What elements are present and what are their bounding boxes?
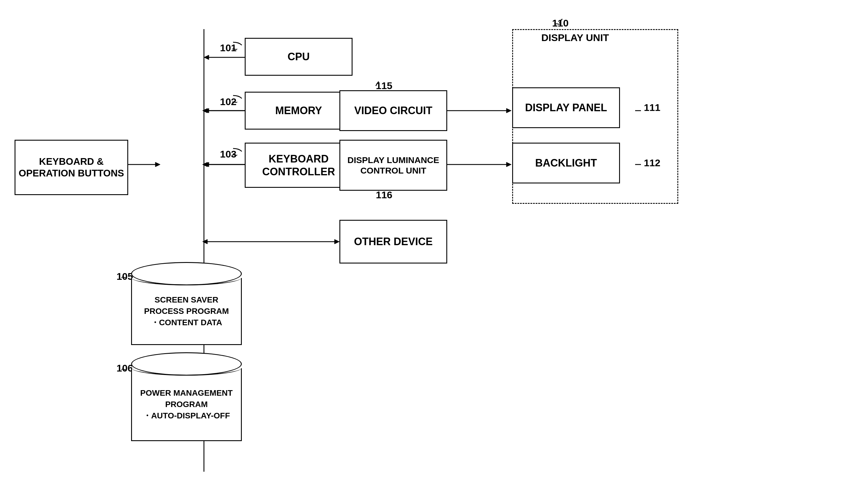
cpu-box: CPU: [245, 38, 352, 76]
memory-label: MEMORY: [275, 104, 322, 117]
video-circuit-box: VIDEO CIRCUIT: [339, 90, 447, 131]
svg-marker-3: [204, 55, 209, 60]
display-luminance-label: DISPLAY LUMINANCECONTROL UNIT: [347, 155, 439, 176]
memory-box: MEMORY: [245, 92, 352, 130]
display-luminance-box: DISPLAY LUMINANCECONTROL UNIT: [339, 140, 447, 191]
screen-saver-label: SCREEN SAVERPROCESS PROGRAM・CONTENT DATA: [144, 294, 229, 328]
other-device-label: OTHER DEVICE: [354, 235, 433, 248]
video-circuit-label: VIDEO CIRCUIT: [354, 104, 432, 117]
backlight-box: BACKLIGHT: [512, 143, 620, 183]
display-unit-label: DISPLAY UNIT: [541, 32, 609, 43]
svg-marker-30: [506, 162, 511, 167]
backlight-label: BACKLIGHT: [535, 157, 597, 169]
svg-marker-28: [506, 108, 511, 113]
keyboard-controller-label: KEYBOARDCONTROLLER: [262, 152, 335, 178]
svg-marker-12: [204, 162, 209, 167]
svg-marker-10: [203, 108, 207, 113]
svg-marker-6: [204, 108, 209, 113]
power-management-cylinder: POWER MANAGEMENTPROGRAM・AUTO-DISPLAY-OFF: [131, 352, 242, 434]
keyboard-buttons-label: KEYBOARD &OPERATION BUTTONS: [19, 156, 124, 179]
cpu-label: CPU: [288, 50, 310, 63]
other-device-box: OTHER DEVICE: [339, 220, 447, 263]
svg-marker-15: [203, 162, 207, 167]
ref-116: 116: [376, 189, 393, 200]
ref-115: 115: [376, 80, 393, 92]
display-panel-box: DISPLAY PANEL: [512, 87, 620, 128]
svg-marker-26: [155, 162, 160, 167]
svg-marker-18: [203, 239, 207, 244]
svg-marker-17: [334, 239, 339, 244]
keyboard-buttons-box: KEYBOARD &OPERATION BUTTONS: [15, 140, 128, 195]
power-management-label: POWER MANAGEMENTPROGRAM・AUTO-DISPLAY-OFF: [140, 387, 233, 422]
keyboard-controller-box: KEYBOARDCONTROLLER: [245, 143, 352, 188]
screen-saver-cylinder: SCREEN SAVERPROCESS PROGRAM・CONTENT DATA: [131, 262, 242, 338]
display-panel-label: DISPLAY PANEL: [525, 101, 607, 114]
